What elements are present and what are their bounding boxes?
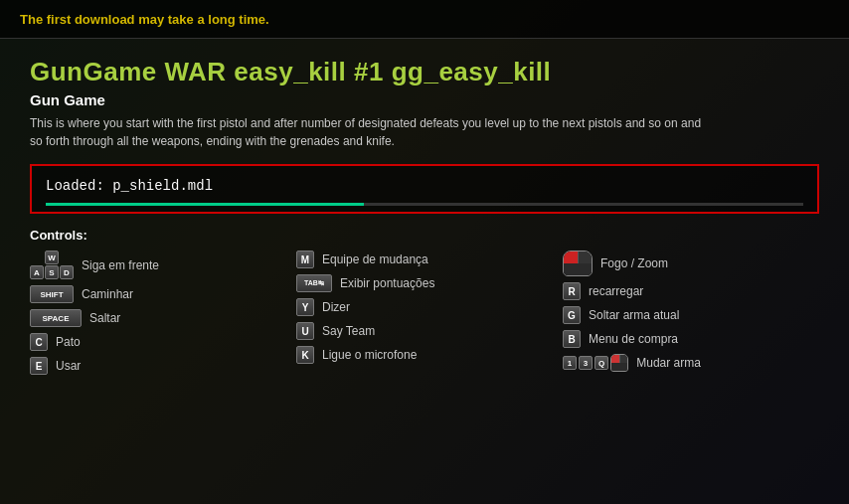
key-g: G bbox=[563, 306, 581, 324]
progress-bar-fill bbox=[46, 203, 364, 206]
key-k: K bbox=[296, 346, 314, 364]
control-row: G Soltar arma atual bbox=[563, 306, 819, 324]
mouse-body bbox=[564, 263, 592, 275]
control-label-team: Equipe de mudança bbox=[322, 252, 428, 266]
control-row: SHIFT Caminhar bbox=[30, 285, 286, 303]
control-row: E Usar bbox=[30, 357, 286, 375]
control-row: U Say Team bbox=[296, 322, 553, 340]
control-label-jump: Saltar bbox=[89, 311, 120, 325]
server-title: GunGame WAR easy_kill #1 gg_easy_kill bbox=[30, 57, 819, 87]
key-a: A bbox=[30, 265, 44, 279]
loaded-box: Loaded: p_shield.mdl bbox=[30, 164, 819, 214]
key-s: S bbox=[45, 265, 59, 279]
control-label-scores: Exibir pontuações bbox=[340, 276, 434, 290]
control-row: B Menu de compra bbox=[563, 330, 819, 348]
mouse-scroll-left bbox=[611, 355, 620, 363]
control-label-duck: Pato bbox=[56, 335, 81, 349]
controls-grid: W A S D Siga em frente SHIFT Caminhar bbox=[30, 251, 819, 378]
top-bar: The first download may take a long time. bbox=[0, 0, 849, 39]
key-u: U bbox=[296, 322, 314, 340]
key-q: Q bbox=[594, 356, 608, 370]
wasd-key-group: W A S D bbox=[30, 251, 74, 279]
control-row: 1 3 Q Mudar arma bbox=[563, 354, 819, 372]
key-shift: SHIFT bbox=[30, 285, 74, 303]
mouse-left-btn bbox=[564, 252, 579, 263]
main-content: GunGame WAR easy_kill #1 gg_easy_kill Gu… bbox=[0, 39, 849, 388]
mouse-icon-scroll bbox=[610, 354, 628, 372]
control-row: TAB↹ Exibir pontuações bbox=[296, 274, 553, 292]
key-1: 1 bbox=[563, 356, 577, 370]
control-label-mic: Ligue o microfone bbox=[322, 348, 417, 362]
control-row: R recarregar bbox=[563, 282, 819, 300]
control-label-forward: Siga em frente bbox=[82, 258, 159, 272]
key-r: R bbox=[563, 282, 581, 300]
controls-left-col: W A S D Siga em frente SHIFT Caminhar bbox=[30, 251, 286, 378]
key-d: D bbox=[60, 265, 74, 279]
key-space: SPACE bbox=[30, 309, 82, 327]
key-b: B bbox=[563, 330, 581, 348]
control-row: Y Dizer bbox=[296, 298, 553, 316]
control-row: Fogo / Zoom bbox=[563, 251, 819, 276]
control-label-walk: Caminhar bbox=[82, 287, 133, 301]
control-row: W A S D Siga em frente bbox=[30, 251, 286, 279]
key-y: Y bbox=[296, 298, 314, 316]
key-m: M bbox=[296, 251, 314, 268]
control-label-drop: Soltar arma atual bbox=[589, 308, 679, 322]
download-warning: The first download may take a long time. bbox=[20, 12, 269, 27]
mouse-scroll-body bbox=[611, 363, 627, 371]
control-label-fire: Fogo / Zoom bbox=[600, 256, 668, 270]
key-3: 3 bbox=[579, 356, 593, 370]
key-e: E bbox=[30, 357, 48, 375]
loaded-text: Loaded: p_shield.mdl bbox=[46, 178, 213, 194]
control-label-switch: Mudar arma bbox=[636, 356, 701, 370]
mouse-right-btn bbox=[579, 252, 593, 263]
controls-right-col: Fogo / Zoom R recarregar G Soltar arma a… bbox=[563, 251, 819, 378]
control-label-buy: Menu de compra bbox=[589, 332, 678, 346]
key-c: C bbox=[30, 333, 48, 351]
control-row: SPACE Saltar bbox=[30, 309, 286, 327]
controls-label: Controls: bbox=[30, 228, 819, 243]
control-row: M Equipe de mudança bbox=[296, 251, 553, 268]
control-label-say: Dizer bbox=[322, 300, 350, 314]
key-w: W bbox=[45, 251, 59, 264]
mode-description: This is where you start with the first p… bbox=[30, 114, 706, 150]
control-row: C Pato bbox=[30, 333, 286, 351]
key-tab: TAB↹ bbox=[296, 274, 332, 292]
controls-section: Controls: W A S D bbox=[30, 228, 819, 378]
progress-bar-container bbox=[46, 203, 803, 206]
mouse-icon-left bbox=[563, 251, 593, 276]
control-label-use: Usar bbox=[56, 359, 81, 373]
mode-title: Gun Game bbox=[30, 91, 819, 108]
control-row: K Ligue o microfone bbox=[296, 346, 553, 364]
mouse-scroll-right bbox=[620, 355, 628, 363]
control-label-reload: recarregar bbox=[589, 284, 643, 298]
control-label-say-team: Say Team bbox=[322, 324, 375, 338]
controls-mid-col: M Equipe de mudança TAB↹ Exibir pontuaçõ… bbox=[296, 251, 553, 378]
page-content: The first download may take a long time.… bbox=[0, 0, 849, 388]
